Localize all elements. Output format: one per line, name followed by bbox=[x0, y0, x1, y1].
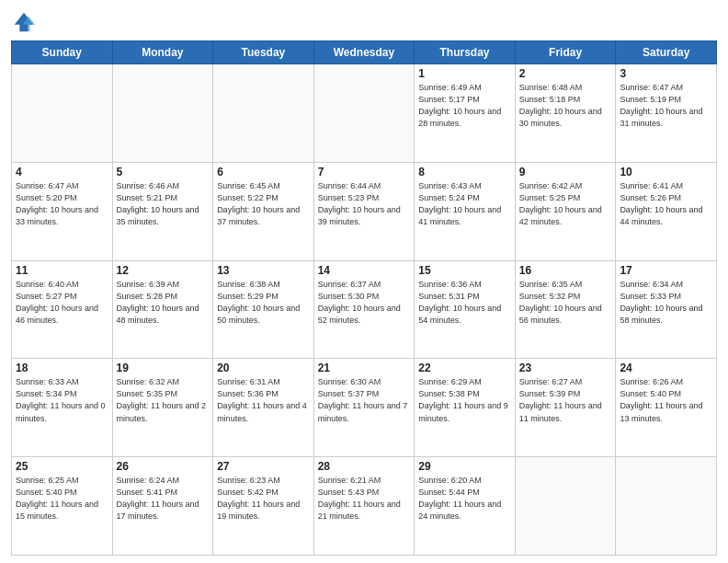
calendar-cell: 26Sunrise: 6:24 AM Sunset: 5:41 PM Dayli… bbox=[112, 457, 213, 556]
logo-icon bbox=[11, 9, 37, 35]
calendar-cell bbox=[313, 64, 415, 163]
calendar-cell: 7Sunrise: 6:44 AM Sunset: 5:23 PM Daylig… bbox=[313, 162, 415, 260]
day-info: Sunrise: 6:30 AM Sunset: 5:37 PM Dayligh… bbox=[318, 376, 411, 424]
calendar-cell: 15Sunrise: 6:36 AM Sunset: 5:31 PM Dayli… bbox=[415, 260, 516, 359]
header bbox=[11, 9, 717, 35]
calendar-cell: 27Sunrise: 6:23 AM Sunset: 5:42 PM Dayli… bbox=[213, 457, 314, 556]
day-number: 29 bbox=[418, 460, 511, 473]
day-info: Sunrise: 6:49 AM Sunset: 5:17 PM Dayligh… bbox=[418, 82, 511, 130]
day-number: 28 bbox=[318, 460, 411, 473]
day-number: 24 bbox=[620, 362, 712, 374]
day-info: Sunrise: 6:44 AM Sunset: 5:23 PM Dayligh… bbox=[318, 180, 411, 228]
calendar-cell: 14Sunrise: 6:37 AM Sunset: 5:30 PM Dayli… bbox=[313, 260, 415, 359]
day-info: Sunrise: 6:37 AM Sunset: 5:30 PM Dayligh… bbox=[318, 279, 411, 327]
calendar-cell: 5Sunrise: 6:46 AM Sunset: 5:21 PM Daylig… bbox=[112, 162, 213, 260]
calendar-cell: 20Sunrise: 6:31 AM Sunset: 5:36 PM Dayli… bbox=[213, 359, 314, 457]
day-info: Sunrise: 6:47 AM Sunset: 5:19 PM Dayligh… bbox=[620, 82, 712, 130]
calendar-week-row: 4Sunrise: 6:47 AM Sunset: 5:20 PM Daylig… bbox=[12, 162, 717, 260]
calendar-header-row: SundayMondayTuesdayWednesdayThursdayFrid… bbox=[12, 41, 717, 64]
day-header-wednesday: Wednesday bbox=[313, 41, 415, 64]
calendar-cell bbox=[616, 457, 717, 556]
day-info: Sunrise: 6:48 AM Sunset: 5:18 PM Dayligh… bbox=[519, 82, 612, 130]
calendar-cell: 4Sunrise: 6:47 AM Sunset: 5:20 PM Daylig… bbox=[12, 162, 113, 260]
calendar-cell bbox=[112, 64, 213, 163]
calendar-cell: 3Sunrise: 6:47 AM Sunset: 5:19 PM Daylig… bbox=[616, 64, 717, 163]
day-info: Sunrise: 6:47 AM Sunset: 5:20 PM Dayligh… bbox=[16, 180, 108, 228]
day-number: 15 bbox=[418, 264, 511, 277]
day-number: 27 bbox=[217, 460, 310, 473]
calendar-cell: 25Sunrise: 6:25 AM Sunset: 5:40 PM Dayli… bbox=[12, 457, 113, 556]
day-info: Sunrise: 6:36 AM Sunset: 5:31 PM Dayligh… bbox=[418, 279, 511, 327]
day-info: Sunrise: 6:29 AM Sunset: 5:38 PM Dayligh… bbox=[418, 376, 511, 424]
day-info: Sunrise: 6:20 AM Sunset: 5:44 PM Dayligh… bbox=[418, 475, 511, 523]
day-number: 17 bbox=[620, 264, 712, 277]
day-info: Sunrise: 6:34 AM Sunset: 5:33 PM Dayligh… bbox=[620, 279, 712, 327]
calendar-cell: 18Sunrise: 6:33 AM Sunset: 5:34 PM Dayli… bbox=[12, 359, 113, 457]
day-number: 2 bbox=[519, 67, 612, 80]
calendar-week-row: 1Sunrise: 6:49 AM Sunset: 5:17 PM Daylig… bbox=[12, 64, 717, 163]
day-number: 11 bbox=[16, 264, 108, 277]
calendar-cell: 24Sunrise: 6:26 AM Sunset: 5:40 PM Dayli… bbox=[616, 359, 717, 457]
day-info: Sunrise: 6:33 AM Sunset: 5:34 PM Dayligh… bbox=[16, 376, 108, 424]
day-info: Sunrise: 6:46 AM Sunset: 5:21 PM Dayligh… bbox=[117, 180, 210, 228]
day-header-sunday: Sunday bbox=[12, 41, 113, 64]
day-info: Sunrise: 6:21 AM Sunset: 5:43 PM Dayligh… bbox=[318, 475, 411, 523]
day-header-friday: Friday bbox=[515, 41, 616, 64]
day-number: 18 bbox=[16, 362, 108, 374]
calendar-cell: 17Sunrise: 6:34 AM Sunset: 5:33 PM Dayli… bbox=[616, 260, 717, 359]
day-header-thursday: Thursday bbox=[415, 41, 516, 64]
calendar-cell bbox=[213, 64, 314, 163]
day-number: 5 bbox=[117, 166, 210, 178]
calendar-cell: 10Sunrise: 6:41 AM Sunset: 5:26 PM Dayli… bbox=[616, 162, 717, 260]
day-info: Sunrise: 6:45 AM Sunset: 5:22 PM Dayligh… bbox=[217, 180, 310, 228]
page: SundayMondayTuesdayWednesdayThursdayFrid… bbox=[0, 0, 728, 563]
day-header-monday: Monday bbox=[112, 41, 213, 64]
day-info: Sunrise: 6:32 AM Sunset: 5:35 PM Dayligh… bbox=[117, 376, 210, 424]
calendar-cell: 21Sunrise: 6:30 AM Sunset: 5:37 PM Dayli… bbox=[313, 359, 415, 457]
day-info: Sunrise: 6:25 AM Sunset: 5:40 PM Dayligh… bbox=[16, 475, 108, 523]
calendar-cell: 1Sunrise: 6:49 AM Sunset: 5:17 PM Daylig… bbox=[415, 64, 516, 163]
day-number: 13 bbox=[217, 264, 310, 277]
calendar-cell: 19Sunrise: 6:32 AM Sunset: 5:35 PM Dayli… bbox=[112, 359, 213, 457]
day-number: 4 bbox=[16, 166, 108, 178]
day-number: 25 bbox=[16, 460, 108, 473]
calendar-table: SundayMondayTuesdayWednesdayThursdayFrid… bbox=[11, 40, 717, 556]
calendar-cell: 29Sunrise: 6:20 AM Sunset: 5:44 PM Dayli… bbox=[415, 457, 516, 556]
day-header-saturday: Saturday bbox=[616, 41, 717, 64]
day-number: 19 bbox=[117, 362, 210, 374]
calendar-cell: 12Sunrise: 6:39 AM Sunset: 5:28 PM Dayli… bbox=[112, 260, 213, 359]
calendar-cell: 8Sunrise: 6:43 AM Sunset: 5:24 PM Daylig… bbox=[415, 162, 516, 260]
calendar-cell: 11Sunrise: 6:40 AM Sunset: 5:27 PM Dayli… bbox=[12, 260, 113, 359]
day-number: 3 bbox=[620, 67, 712, 80]
calendar-week-row: 11Sunrise: 6:40 AM Sunset: 5:27 PM Dayli… bbox=[12, 260, 717, 359]
day-number: 14 bbox=[318, 264, 411, 277]
day-info: Sunrise: 6:41 AM Sunset: 5:26 PM Dayligh… bbox=[620, 180, 712, 228]
day-info: Sunrise: 6:24 AM Sunset: 5:41 PM Dayligh… bbox=[117, 475, 210, 523]
day-info: Sunrise: 6:40 AM Sunset: 5:27 PM Dayligh… bbox=[16, 279, 108, 327]
day-info: Sunrise: 6:42 AM Sunset: 5:25 PM Dayligh… bbox=[519, 180, 612, 228]
day-info: Sunrise: 6:43 AM Sunset: 5:24 PM Dayligh… bbox=[418, 180, 511, 228]
day-info: Sunrise: 6:31 AM Sunset: 5:36 PM Dayligh… bbox=[217, 376, 310, 424]
day-header-tuesday: Tuesday bbox=[213, 41, 314, 64]
calendar-week-row: 18Sunrise: 6:33 AM Sunset: 5:34 PM Dayli… bbox=[12, 359, 717, 457]
calendar-cell: 22Sunrise: 6:29 AM Sunset: 5:38 PM Dayli… bbox=[415, 359, 516, 457]
day-number: 7 bbox=[318, 166, 411, 178]
day-number: 12 bbox=[117, 264, 210, 277]
day-number: 21 bbox=[318, 362, 411, 374]
day-number: 10 bbox=[620, 166, 712, 178]
day-info: Sunrise: 6:23 AM Sunset: 5:42 PM Dayligh… bbox=[217, 475, 310, 523]
day-info: Sunrise: 6:26 AM Sunset: 5:40 PM Dayligh… bbox=[620, 376, 712, 424]
day-info: Sunrise: 6:38 AM Sunset: 5:29 PM Dayligh… bbox=[217, 279, 310, 327]
calendar-cell: 6Sunrise: 6:45 AM Sunset: 5:22 PM Daylig… bbox=[213, 162, 314, 260]
calendar-cell: 9Sunrise: 6:42 AM Sunset: 5:25 PM Daylig… bbox=[515, 162, 616, 260]
calendar-cell: 2Sunrise: 6:48 AM Sunset: 5:18 PM Daylig… bbox=[515, 64, 616, 163]
logo bbox=[11, 9, 40, 35]
day-info: Sunrise: 6:35 AM Sunset: 5:32 PM Dayligh… bbox=[519, 279, 612, 327]
calendar-cell: 13Sunrise: 6:38 AM Sunset: 5:29 PM Dayli… bbox=[213, 260, 314, 359]
calendar-week-row: 25Sunrise: 6:25 AM Sunset: 5:40 PM Dayli… bbox=[12, 457, 717, 556]
calendar-cell: 23Sunrise: 6:27 AM Sunset: 5:39 PM Dayli… bbox=[515, 359, 616, 457]
day-info: Sunrise: 6:39 AM Sunset: 5:28 PM Dayligh… bbox=[117, 279, 210, 327]
day-number: 20 bbox=[217, 362, 310, 374]
calendar-cell: 16Sunrise: 6:35 AM Sunset: 5:32 PM Dayli… bbox=[515, 260, 616, 359]
calendar-cell: 28Sunrise: 6:21 AM Sunset: 5:43 PM Dayli… bbox=[313, 457, 415, 556]
